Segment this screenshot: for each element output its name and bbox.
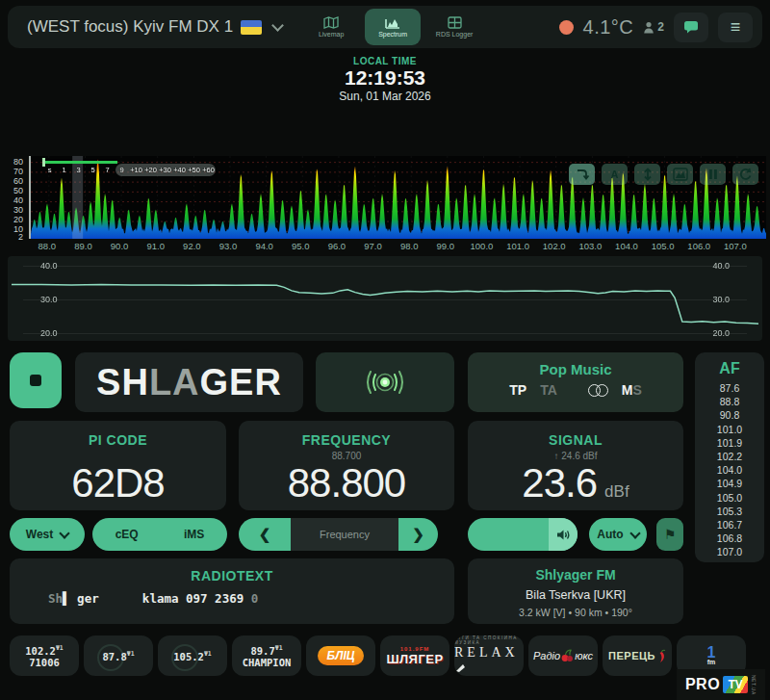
preset-relax[interactable]: ХІТИ ТА СПОКІЙНА МУЗИКАRELAX [454, 635, 524, 676]
spectrum-scale-slider[interactable]: s13579+10+20+30+40+50+60 [42, 161, 225, 180]
preset-89-7[interactable]: 89.7Ψ1CHAMPION [232, 635, 301, 676]
x-tick: 99.0 [437, 241, 455, 251]
tab-spectrum[interactable]: Spectrum [365, 9, 421, 45]
station-title[interactable]: (WEST focus) Kyiv FM DX 1 [27, 17, 233, 37]
y-tick: 40 [13, 195, 23, 205]
frequency-stepper: ❮ Frequency ❯ [239, 518, 438, 551]
af-item[interactable]: 107.0 [695, 545, 764, 558]
grid-table-icon [448, 16, 462, 29]
af-item[interactable]: 90.8 [695, 408, 764, 422]
x-tick: 96.0 [328, 241, 346, 251]
signal-history-panel: 40.040.030.030.020.020.0 [8, 256, 762, 341]
blits-logo: БЛІЦ [318, 646, 365, 665]
af-item[interactable]: 105.0 [695, 491, 764, 505]
tab-rds-logger[interactable]: RDS Logger [426, 9, 482, 45]
ukraine-flag-icon [241, 20, 262, 35]
mode-select[interactable]: Auto [589, 518, 647, 551]
af-item[interactable]: 106.7 [695, 518, 764, 531]
one-fm-logo: 1 [707, 647, 716, 659]
menu-button[interactable]: ≡ [718, 13, 753, 42]
af-item[interactable]: 101.0 [695, 423, 764, 436]
signal-label: SIGNAL [468, 432, 683, 448]
af-item[interactable]: 87.6 [695, 381, 764, 395]
local-time-label: LOCAL TIME [0, 56, 770, 66]
chevron-down-icon[interactable] [271, 19, 284, 32]
x-tick: 91.0 [146, 241, 165, 251]
refresh-icon [739, 168, 753, 181]
x-tick: 98.0 [400, 241, 419, 251]
slider-labels: s13579+10+20+30+40+50+60 [42, 166, 216, 174]
eq-label[interactable]: cEQ [116, 528, 139, 541]
chat-bubble-icon [683, 20, 699, 34]
frequency-up-button[interactable]: ❯ [398, 518, 438, 551]
af-item[interactable]: 102.2 [695, 450, 764, 463]
signal-y-tick: 40.0 [40, 261, 58, 271]
chat-button[interactable] [674, 13, 708, 42]
preset-frequency: 87.8Ψ1 [102, 648, 134, 663]
map-icon [323, 16, 339, 29]
preset-87-8[interactable]: 87.8Ψ1 [84, 635, 153, 676]
preset-shlyager[interactable]: 101.9FMШЛЯГЕР [380, 635, 449, 676]
af-item[interactable]: 104.0 [695, 463, 764, 477]
local-time-block: LOCAL TIME 12:19:53 Sun, 01 Mar 2026 [0, 56, 770, 103]
af-item[interactable]: 106.8 [695, 531, 764, 545]
x-tick: 89.0 [74, 241, 92, 251]
pepper-icon [657, 649, 666, 663]
preset-name: CHAMPION [243, 657, 292, 669]
audio-stop-button[interactable] [10, 352, 62, 408]
x-tick: 107.0 [724, 241, 747, 251]
af-item[interactable]: 105.3 [695, 505, 764, 518]
station-info-panel[interactable]: Shlyager FM Bila Tserkva [UKR] 3.2 kW [V… [468, 558, 683, 624]
graph-style-button[interactable] [667, 164, 693, 185]
spectrum-chart-icon [385, 16, 400, 29]
frequency-input[interactable]: Frequency [291, 518, 398, 551]
pty-label: Pop Music [468, 361, 683, 377]
bird-icon [456, 664, 465, 672]
x-tick: 95.0 [292, 241, 310, 251]
preset-perets[interactable]: ПЕРЕЦЬ [603, 635, 672, 676]
flag-button[interactable]: ⚑ [656, 518, 683, 551]
af-item[interactable]: 101.9 [695, 436, 764, 450]
rds-flags: TP TA MS [468, 382, 683, 398]
preset-102-2[interactable]: 102.2Ψ171006 [10, 635, 79, 676]
header-right: 4.1°C 2 ≡ [559, 13, 753, 42]
preset-lux[interactable]: Радіоюкс [528, 635, 598, 676]
tx-broadcast-button[interactable] [316, 352, 454, 412]
frequency-down-button[interactable]: ❮ [239, 518, 291, 551]
preset-105-2[interactable]: 105.2Ψ1 [158, 635, 227, 676]
shlyager-logo: ШЛЯГЕР [386, 652, 443, 666]
ims-label[interactable]: iMS [184, 528, 204, 541]
ps-name-panel: SHLAGER [75, 352, 303, 412]
signal-y-tick: 40.0 [712, 261, 730, 271]
eq-ims-toggle[interactable]: cEQ iMS [92, 518, 227, 551]
temperature-value: 4.1°C [583, 16, 634, 39]
stereo-icon [588, 384, 608, 397]
volume-knob[interactable] [549, 518, 578, 551]
vertical-scale-button[interactable] [634, 164, 660, 185]
pause-button[interactable] [700, 164, 726, 185]
perets-logo: ПЕРЕЦЬ [608, 649, 666, 663]
af-item[interactable]: 88.8 [695, 395, 764, 408]
volume-slider[interactable] [468, 518, 578, 551]
preset-blits[interactable]: БЛІЦ [306, 635, 375, 676]
refresh-button[interactable] [732, 164, 758, 185]
pi-code-label: PI CODE [10, 432, 226, 448]
slider-label: +10 [129, 166, 143, 174]
loop-arrow-button[interactable] [569, 164, 595, 185]
antenna-select[interactable]: West [10, 518, 85, 551]
pty-panel: Pop Music TP TA MS [468, 352, 683, 412]
frequency-value[interactable]: 88.800 [239, 462, 454, 505]
speaker-icon [556, 529, 571, 541]
tab-label: RDS Logger [436, 31, 474, 38]
slider-label: 9 [115, 166, 129, 174]
station-location: Bila Tserkva [UKR] [468, 588, 683, 602]
tab-livemap[interactable]: Livemap [303, 9, 359, 45]
slider-label: 3 [71, 166, 86, 174]
x-tick: 97.0 [364, 241, 382, 251]
hamburger-icon: ≡ [731, 18, 741, 36]
af-item[interactable]: 104.9 [695, 477, 764, 490]
af-list: 87.688.890.8101.0101.9102.2104.0104.9105… [695, 381, 764, 559]
auto-scale-button[interactable]: A [602, 164, 628, 185]
signal-y-tick: 20.0 [712, 328, 730, 338]
spectrum-plot[interactable]: s13579+10+20+30+40+50+60 A [29, 156, 766, 239]
